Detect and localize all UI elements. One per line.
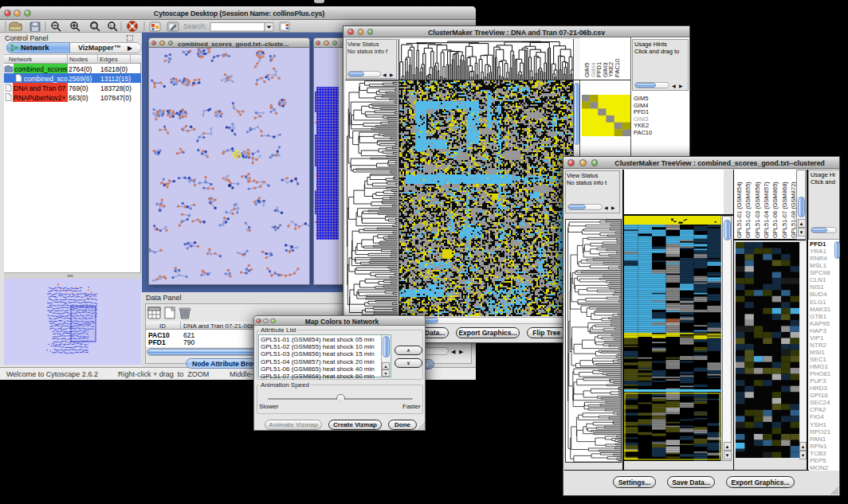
- svg-text:1:1: 1:1: [110, 25, 116, 29]
- svg-text:Search:: Search:: [183, 22, 206, 30]
